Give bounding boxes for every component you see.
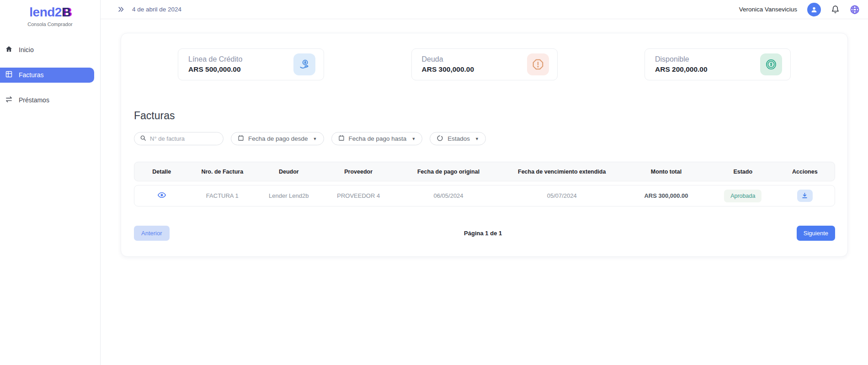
cell-debtor: Lender Lend2b (256, 192, 322, 199)
col-header-nro-factura: Nro. de Factura (189, 169, 256, 175)
dashboard-panel: Línea de Crédito ARS 500,000.00 (121, 33, 848, 257)
view-detail-eye-icon[interactable] (158, 192, 166, 198)
brand-subtitle: Consola Comprador (0, 21, 100, 27)
summary-cards: Línea de Crédito ARS 500,000.00 (121, 48, 847, 80)
calendar-icon (338, 135, 345, 143)
collapse-sidebar-icon[interactable] (117, 6, 125, 13)
sidebar-item-label: Inicio (19, 46, 34, 53)
filter-label: Fecha de pago desde (248, 135, 308, 142)
topbar-date: 4 de abril de 2024 (132, 6, 181, 13)
previous-page-button[interactable]: Anterior (134, 226, 170, 241)
transfer-icon (5, 95, 13, 105)
search-icon (140, 135, 146, 143)
col-header-fecha-pago-original: Fecha de pago original (395, 169, 502, 175)
sidebar-item-prestamos[interactable]: Préstamos (0, 93, 100, 108)
filter-fecha-pago-hasta[interactable]: Fecha de pago hasta ▼ (331, 132, 423, 145)
cell-extended-due-date: 05/07/2024 (502, 192, 622, 199)
card-amount: ARS 500,000.00 (188, 65, 242, 74)
sidebar-item-label: Préstamos (19, 96, 49, 104)
filter-label: Estados (447, 135, 470, 142)
invoices-title: Facturas (134, 110, 847, 122)
card-amount: ARS 200,000.00 (655, 65, 708, 74)
calendar-icon (238, 135, 244, 143)
topbar: 4 de abril de 2024 Veronica Vansevicius (101, 0, 868, 19)
chevron-down-icon: ▼ (411, 137, 415, 141)
logo-text-accent: B (62, 5, 71, 19)
col-header-estado: Estado (711, 169, 775, 175)
pagination: Anterior Página 1 de 1 Siguiente (134, 226, 835, 241)
col-header-acciones: Acciones (775, 169, 835, 175)
col-header-detalle: Detalle (134, 169, 189, 175)
credit-line-card: Línea de Crédito ARS 500,000.00 (178, 48, 324, 80)
search-input[interactable] (150, 135, 214, 142)
col-header-proveedor: Proveedor (322, 169, 395, 175)
filter-fecha-pago-desde[interactable]: Fecha de pago desde ▼ (231, 132, 324, 145)
chevron-down-icon: ▼ (475, 137, 479, 141)
table-header-row: Detalle Nro. de Factura Deudor Proveedor… (134, 162, 835, 181)
filter-label: Fecha de pago hasta (349, 135, 407, 142)
sidebar-item-inicio[interactable]: Inicio (0, 42, 100, 58)
debt-card: Deuda ARS 300,000.00 (411, 48, 558, 80)
card-amount: ARS 300,000.00 (422, 65, 474, 74)
col-header-fecha-vencimiento-extendida: Fecha de vencimiento extendida (502, 169, 622, 175)
user-name: Veronica Vansevicius (739, 6, 797, 13)
cell-invoice-number: FACTURA 1 (189, 192, 256, 199)
main-area: 4 de abril de 2024 Veronica Vansevicius (101, 0, 868, 365)
alert-octagon-icon (527, 53, 549, 75)
status-badge: Aprobada (724, 190, 761, 202)
language-globe-icon[interactable] (850, 5, 860, 15)
sidebar-nav: Inicio Facturas (0, 42, 100, 117)
sidebar: lend2B Consola Comprador Inicio (0, 0, 101, 365)
notifications-bell-icon[interactable] (831, 5, 840, 14)
card-title: Línea de Crédito (188, 55, 242, 63)
home-icon (5, 45, 13, 54)
invoice-search[interactable] (134, 132, 224, 145)
invoices-table: Detalle Nro. de Factura Deudor Proveedor… (134, 162, 835, 206)
sidebar-item-label: Facturas (19, 71, 43, 79)
card-title: Disponible (655, 55, 708, 63)
app-window: lend2B Consola Comprador Inicio (0, 0, 868, 365)
card-title: Deuda (422, 55, 474, 63)
page-content: Línea de Crédito ARS 500,000.00 (101, 19, 868, 257)
logo-text-primary: lend2 (29, 5, 62, 19)
user-avatar[interactable] (807, 3, 821, 16)
cell-total-amount: ARS 300,000.00 (622, 192, 711, 199)
status-circle-icon (437, 135, 443, 143)
table-row: FACTURA 1 Lender Lend2b PROVEEDOR 4 06/0… (134, 185, 835, 206)
filter-estados[interactable]: Estados ▼ (430, 132, 486, 145)
grid-icon (5, 70, 13, 79)
col-header-monto-total: Monto total (622, 169, 711, 175)
chevron-down-icon: ▼ (313, 137, 317, 141)
filter-row: Fecha de pago desde ▼ Fecha de pago hast… (134, 132, 847, 145)
page-info: Página 1 de 1 (464, 230, 502, 237)
available-card: Disponible ARS 200,000.00 (644, 48, 791, 80)
hand-coin-icon (293, 53, 315, 75)
download-button[interactable] (797, 190, 813, 202)
cell-provider: PROVEEDOR 4 (322, 192, 395, 199)
col-header-deudor: Deudor (256, 169, 322, 175)
next-page-button[interactable]: Siguiente (797, 226, 835, 241)
cell-original-payment-date: 06/05/2024 (395, 192, 502, 199)
coin-icon (760, 53, 782, 75)
brand-logo: lend2B Consola Comprador (0, 5, 100, 27)
sidebar-item-facturas[interactable]: Facturas (0, 68, 94, 83)
